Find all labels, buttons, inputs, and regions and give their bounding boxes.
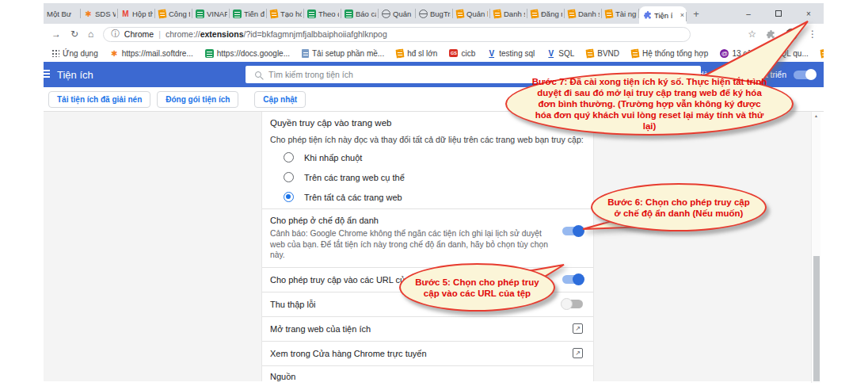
tab-title: Quản lý [393,10,413,18]
browser-tab[interactable]: Danh sá [565,3,602,24]
tab-title: BugTra [430,10,451,18]
browser-tab[interactable]: VINAFR [192,3,230,24]
tab-title: Theo dõ [318,10,339,18]
profile-avatar[interactable] [786,29,798,40]
radio-option-label: Trên các trang web cụ thể [304,173,405,182]
receipt-icon [820,48,824,58]
site-access-option[interactable]: Khi nhấp chuột [270,147,585,167]
extension-settings-card: Quyền truy cập vào trang web Cho phép ti… [261,112,594,381]
receipt-icon [158,9,166,18]
settings-row-text: Xem trong Cửa hàng Chrome trực tuyến [270,349,427,358]
browser-tab[interactable]: ✱ SDS We [81,3,118,24]
sheets-icon [233,10,242,18]
toggle-error-collection[interactable] [562,300,583,308]
sheets-icon [205,49,214,58]
bookmarks-bar: Ứng dụng ✱ https://mail.softdre... https… [44,44,824,62]
bookmark-item[interactable]: V SQL [546,49,574,58]
tab-title: Tiện í [654,11,672,20]
page-scrollbar[interactable]: ▲ [811,112,820,383]
settings-row-incognito[interactable]: Cho phép ở chế độ ẩn danh Cảnh báo: Goog… [262,208,593,267]
toggle-incognito[interactable] [562,227,583,235]
site-access-option[interactable]: Trên tất cả các trang web [270,187,585,207]
maximize-button[interactable] [763,3,794,24]
reload-icon[interactable]: ↻ [70,29,78,40]
docblue-icon [302,49,309,58]
pack-extension-button[interactable]: Đóng gói tiện ích [157,91,238,108]
tab-close-icon[interactable]: × [680,11,684,19]
browser-tab[interactable]: Tiến độ [230,3,267,24]
radio-option-label: Khi nhấp chuột [304,153,362,162]
settings-row-text: Cho phép ở chế độ ẩn danh Cảnh báo: Goog… [270,216,549,261]
sheets-icon [345,10,353,18]
receipt-icon [630,48,639,58]
browser-tab[interactable]: Quản lý [453,3,490,24]
load-unpacked-button[interactable]: Tải tiện ích đã giải nén [48,91,150,108]
bookmark-item[interactable]: Tải setup phần mề... [302,49,384,58]
bookmark-label: hđ sl lớn [407,49,437,58]
radio-button-icon[interactable] [284,172,294,182]
receipt-icon [567,9,576,18]
browser-tab[interactable]: Báo cáo [341,3,379,24]
scroll-up-icon[interactable]: ▲ [812,113,820,118]
browser-tab[interactable]: Đăng n [527,3,565,24]
browser-tab[interactable]: Danh sá [490,3,527,24]
browser-tab[interactable]: Quản lý [379,3,416,24]
at-icon: @ [720,49,729,58]
bookmark-item[interactable]: Ứng dụng [51,49,98,58]
tab-title: Báo cáo [356,10,376,18]
scrollbar-thumb[interactable] [813,256,820,381]
radio-button-icon[interactable] [284,152,294,162]
home-icon[interactable]: ⌂ [88,29,93,40]
settings-row-description: Cảnh báo: Google Chrome không thể ngăn c… [270,228,549,261]
settings-row-view-in-chrome-web-store[interactable]: Xem trong Cửa hàng Chrome trực tuyến ↗ [262,341,593,365]
browser-tab-active[interactable]: Tiện í × [639,6,687,24]
url-product: Chrome [124,29,154,39]
page-info-icon[interactable]: ⓘ [111,29,120,40]
settings-row-label: Mở trang web của tiện ích [270,324,371,334]
bookmark-label: https://mail.softdre... [122,49,193,58]
bookmark-item[interactable]: https://docs.google... [205,49,290,58]
browser-tab[interactable]: Tạo hóa [267,3,304,24]
bookmark-label: https://docs.google... [217,49,290,58]
source-row: Nguồn Chrome Web Store [262,365,593,384]
receipt-icon [530,9,539,18]
update-button[interactable]: Cập nhật [254,91,306,108]
search-placeholder: Tìm kiếm trong tiện ích [268,70,353,79]
bookmark-item[interactable]: hđ sl lớn [396,49,437,58]
extension-icon[interactable] [767,30,775,39]
bookmark-item[interactable]: ✱ https://mail.softdre... [110,49,193,58]
browser-tab[interactable]: Một Bư [44,3,81,24]
browser-tab[interactable]: Công ty [155,3,192,24]
menu-icon[interactable] [44,70,50,79]
browser-tab[interactable]: M Hộp thư [118,3,155,24]
close-button[interactable]: × [794,3,824,24]
settings-row-open-extension-website[interactable]: Mở trang web của tiện ích ↗ [262,316,593,341]
browser-menu-icon[interactable]: ⋮ [808,29,817,40]
star-icon: ✱ [84,10,93,18]
tab-title: Tài ngu [615,10,637,18]
bookmark-item[interactable]: vinafriegth [820,49,824,58]
new-tab-button[interactable]: + [687,3,706,24]
minimize-button[interactable]: – [733,3,763,24]
bookmark-item[interactable]: Hệ thống tổng hợp [631,49,708,58]
browser-tab[interactable]: Theo dõ [304,3,341,24]
tab-title: VINAFR [207,10,227,18]
forward-icon[interactable]: → [51,29,61,40]
bookmark-item[interactable]: GS cicb [449,49,475,58]
tab-title: Đăng n [541,10,562,18]
page-background-right [594,112,811,381]
toggle-file-urls[interactable] [562,275,583,284]
apps-icon [51,49,59,57]
developer-mode-toggle[interactable] [794,71,816,79]
bookmark-item[interactable]: @ 13 câu lệnh SQL qu... [720,49,808,58]
radio-button-icon[interactable] [284,192,294,202]
bookmark-star-icon[interactable]: ☆ [748,29,756,40]
site-access-option[interactable]: Trên các trang web cụ thể [270,167,585,187]
browser-tab[interactable]: BugTra [416,3,453,24]
browser-tab[interactable]: Tài ngu [602,3,639,24]
address-bar[interactable]: ⓘ Chrome | chrome://extensions/?id=bkfag… [103,27,691,42]
settings-row-label: Cho phép ở chế độ ẩn danh [270,216,549,225]
bookmark-item[interactable]: BVND [586,49,619,58]
bookmark-item[interactable]: V testing sql [487,49,535,58]
tab-strip: Một Bư ✱ SDS We M Hộp thư Công ty VINAFR… [44,3,824,24]
